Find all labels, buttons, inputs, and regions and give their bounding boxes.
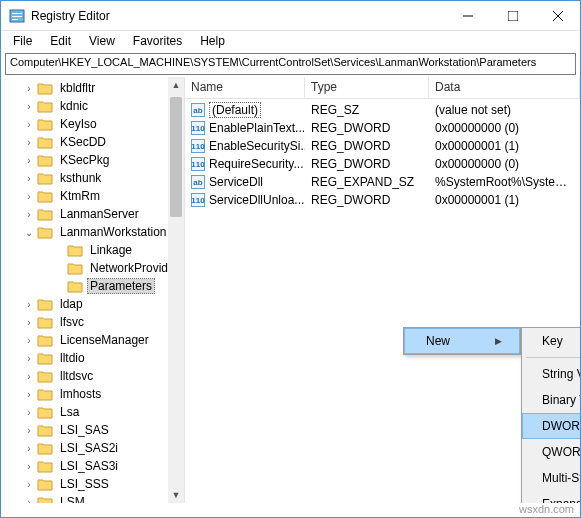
scroll-down-icon[interactable]: ▼ <box>168 487 184 503</box>
list-row[interactable]: abServiceDllREG_EXPAND_SZ%SystemRoot%\Sy… <box>185 173 580 191</box>
value-data: 0x00000001 (1) <box>429 139 580 153</box>
tree-item[interactable]: Linkage <box>1 241 184 259</box>
tree-item-label: LSI_SAS2i <box>57 440 121 456</box>
menu-edit[interactable]: Edit <box>42 32 79 50</box>
ctx-string[interactable]: String Value <box>522 361 580 387</box>
tree-item-label: lfsvc <box>57 314 87 330</box>
tree-item[interactable]: ›LSI_SSS <box>1 475 184 493</box>
tree-item[interactable]: ›lmhosts <box>1 385 184 403</box>
list-row[interactable]: ab(Default)REG_SZ(value not set) <box>185 101 580 119</box>
tree-item[interactable]: ›KSecDD <box>1 133 184 151</box>
value-name: ServiceDll <box>209 175 263 189</box>
folder-icon <box>37 225 53 239</box>
list-row[interactable]: 110ServiceDllUnloa...REG_DWORD0x00000001… <box>185 191 580 209</box>
tree-item[interactable]: ⌄LanmanWorkstation <box>1 223 184 241</box>
tree-item[interactable]: ›KSecPkg <box>1 151 184 169</box>
chevron-right-icon[interactable]: › <box>23 460 35 472</box>
chevron-right-icon[interactable]: › <box>23 208 35 220</box>
string-value-icon: ab <box>191 103 205 117</box>
menu-help[interactable]: Help <box>192 32 233 50</box>
svg-rect-2 <box>12 16 22 17</box>
col-type[interactable]: Type <box>305 77 429 98</box>
chevron-right-icon[interactable]: › <box>23 478 35 490</box>
maximize-button[interactable] <box>490 1 535 30</box>
tree-item[interactable]: ›kbldfltr <box>1 79 184 97</box>
ctx-new[interactable]: New ▶ <box>404 328 520 354</box>
tree-scrollbar[interactable]: ▲ ▼ <box>168 77 184 503</box>
ctx-multi[interactable]: Multi-String Value <box>522 465 580 491</box>
chevron-right-icon[interactable]: › <box>23 406 35 418</box>
chevron-right-icon[interactable]: › <box>23 136 35 148</box>
binary-value-icon: 110 <box>191 121 205 135</box>
menu-favorites[interactable]: Favorites <box>125 32 190 50</box>
scroll-thumb[interactable] <box>170 97 182 217</box>
tree-item[interactable]: ›ksthunk <box>1 169 184 187</box>
scroll-up-icon[interactable]: ▲ <box>168 77 184 93</box>
tree-item[interactable]: ›KtmRm <box>1 187 184 205</box>
chevron-right-icon[interactable]: › <box>23 118 35 130</box>
ctx-qword[interactable]: QWORD (64-bit) Value <box>522 439 580 465</box>
chevron-down-icon[interactable]: ⌄ <box>23 226 35 238</box>
tree-item[interactable]: ›LSI_SAS <box>1 421 184 439</box>
tree-item[interactable]: Parameters <box>1 277 184 295</box>
ctx-expand[interactable]: Expandable String Value <box>522 491 580 503</box>
chevron-right-icon[interactable]: › <box>23 352 35 364</box>
tree-item[interactable]: NetworkProvider <box>1 259 184 277</box>
list-header: Name Type Data <box>185 77 580 99</box>
tree-item[interactable]: ›lltdsvc <box>1 367 184 385</box>
value-name: RequireSecurity... <box>209 157 303 171</box>
folder-icon <box>37 315 53 329</box>
value-type: REG_DWORD <box>305 139 429 153</box>
col-data[interactable]: Data <box>429 77 580 98</box>
tree-item-label: LanmanWorkstation <box>57 224 170 240</box>
list-pane: Name Type Data ab(Default)REG_SZ(value n… <box>185 77 580 503</box>
tree-item[interactable]: ›KeyIso <box>1 115 184 133</box>
close-button[interactable] <box>535 1 580 30</box>
ctx-key[interactable]: Key <box>522 328 580 354</box>
tree-item[interactable]: ›LSM <box>1 493 184 503</box>
chevron-right-icon[interactable]: › <box>23 316 35 328</box>
list-row[interactable]: 110RequireSecurity...REG_DWORD0x00000000… <box>185 155 580 173</box>
list-row[interactable]: 110EnableSecuritySi...REG_DWORD0x0000000… <box>185 137 580 155</box>
chevron-right-icon[interactable]: › <box>23 424 35 436</box>
folder-icon <box>37 405 53 419</box>
chevron-right-icon[interactable]: › <box>23 334 35 346</box>
value-data: 0x00000000 (0) <box>429 121 580 135</box>
chevron-right-icon[interactable]: › <box>23 388 35 400</box>
tree-item-label: LSI_SAS <box>57 422 112 438</box>
tree-item-label: LanmanServer <box>57 206 142 222</box>
chevron-right-icon[interactable]: › <box>23 496 35 503</box>
chevron-right-icon[interactable]: › <box>23 172 35 184</box>
list-row[interactable]: 110EnablePlainText...REG_DWORD0x00000000… <box>185 119 580 137</box>
tree-item[interactable]: ›Lsa <box>1 403 184 421</box>
menu-view[interactable]: View <box>81 32 123 50</box>
chevron-right-icon[interactable]: › <box>23 442 35 454</box>
tree-item[interactable]: ›kdnic <box>1 97 184 115</box>
tree-item-label: kdnic <box>57 98 91 114</box>
ctx-dword[interactable]: DWORD (32-bit) Value <box>522 413 580 439</box>
chevron-right-icon[interactable]: › <box>23 82 35 94</box>
tree-item-label: LicenseManager <box>57 332 152 348</box>
chevron-right-icon[interactable]: › <box>23 298 35 310</box>
tree-item[interactable]: ›LicenseManager <box>1 331 184 349</box>
menu-file[interactable]: File <box>5 32 40 50</box>
tree-item[interactable]: ›lltdio <box>1 349 184 367</box>
tree-item[interactable]: ›LSI_SAS3i <box>1 457 184 475</box>
chevron-right-icon[interactable]: › <box>23 154 35 166</box>
tree-item[interactable]: ›LSI_SAS2i <box>1 439 184 457</box>
address-bar[interactable]: Computer\HKEY_LOCAL_MACHINE\SYSTEM\Curre… <box>5 53 576 75</box>
ctx-binary[interactable]: Binary Value <box>522 387 580 413</box>
tree-item[interactable]: ›LanmanServer <box>1 205 184 223</box>
chevron-right-icon[interactable]: › <box>23 100 35 112</box>
minimize-button[interactable] <box>445 1 490 30</box>
tree-item-label: Parameters <box>87 278 155 294</box>
chevron-right-icon[interactable]: › <box>23 370 35 382</box>
tree-item-label: lltdsvc <box>57 368 96 384</box>
value-type: REG_EXPAND_SZ <box>305 175 429 189</box>
chevron-right-icon[interactable]: › <box>23 190 35 202</box>
tree-item[interactable]: ›lfsvc <box>1 313 184 331</box>
tree-item-label: LSI_SSS <box>57 476 112 492</box>
col-name[interactable]: Name <box>185 77 305 98</box>
folder-icon <box>37 477 53 491</box>
tree-item[interactable]: ›ldap <box>1 295 184 313</box>
